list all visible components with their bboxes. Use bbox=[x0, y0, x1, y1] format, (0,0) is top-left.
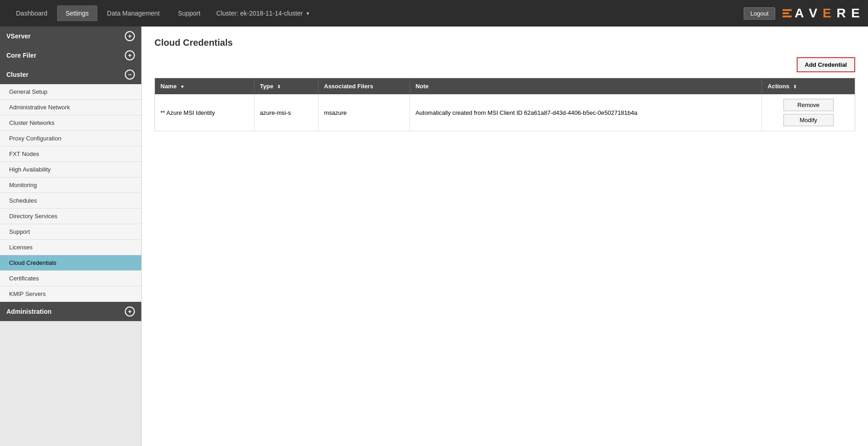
cluster-selector[interactable]: Cluster: ek-2018-11-14-cluster ▼ bbox=[216, 10, 310, 17]
sidebar-item-general-setup[interactable]: General Setup bbox=[0, 84, 141, 100]
nav-tabs: Dashboard Settings Data Management Suppo… bbox=[7, 5, 209, 21]
sidebar-item-kmip-servers[interactable]: KMIP Servers bbox=[0, 286, 141, 302]
sidebar-item-cloud-credentials[interactable]: Cloud Credentials bbox=[0, 255, 141, 271]
sidebar-vserver-label: VServer bbox=[6, 32, 31, 40]
sidebar-item-monitoring[interactable]: Monitoring bbox=[0, 177, 141, 193]
col-associated-filers: Associated Filers bbox=[318, 78, 410, 95]
cluster-label: Cluster: ek-2018-11-14-cluster bbox=[216, 10, 303, 17]
add-credential-button[interactable]: Add Credential bbox=[797, 57, 855, 72]
bar-2 bbox=[783, 12, 789, 14]
layout: VServer + Core Filer + Cluster − General… bbox=[0, 27, 868, 446]
topbar-left: Dashboard Settings Data Management Suppo… bbox=[7, 5, 310, 21]
col-actions: Actions ⇕ bbox=[762, 78, 855, 95]
cluster-dropdown-arrow: ▼ bbox=[305, 11, 310, 16]
col-type: Type ⇕ bbox=[254, 78, 318, 95]
avere-bars-icon bbox=[783, 9, 792, 17]
row-type: azure-msi-s bbox=[254, 94, 318, 131]
sidebar-vserver-icon: + bbox=[125, 31, 135, 41]
avere-logo: A V E R E bbox=[783, 6, 861, 21]
topbar-right: Logout A V E R E bbox=[744, 6, 861, 21]
sidebar-section-cluster[interactable]: Cluster − bbox=[0, 65, 141, 84]
sidebar-item-fxt-nodes[interactable]: FXT Nodes bbox=[0, 146, 141, 162]
bar-3 bbox=[783, 16, 792, 17]
col-note: Note bbox=[410, 78, 761, 95]
sidebar-administration-icon: + bbox=[125, 306, 135, 317]
action-buttons: Remove Modify bbox=[767, 99, 849, 126]
sidebar-item-schedules[interactable]: Schedules bbox=[0, 193, 141, 209]
sidebar-section-core-filer[interactable]: Core Filer + bbox=[0, 46, 141, 65]
sidebar-item-support[interactable]: Support bbox=[0, 224, 141, 240]
tab-support[interactable]: Support bbox=[169, 5, 209, 21]
col-actions-label: Actions bbox=[767, 83, 789, 90]
remove-button[interactable]: Remove bbox=[783, 99, 834, 111]
col-note-label: Note bbox=[415, 83, 429, 90]
sidebar-item-high-availability[interactable]: High Availability bbox=[0, 162, 141, 177]
sidebar-core-filer-label: Core Filer bbox=[6, 52, 36, 59]
row-note: Automatically created from MSI Client ID… bbox=[410, 94, 761, 131]
sidebar-section-administration[interactable]: Administration + bbox=[0, 302, 141, 321]
sidebar-section-vserver[interactable]: VServer + bbox=[0, 27, 141, 46]
sidebar-item-administrative-network[interactable]: Administrative Network bbox=[0, 100, 141, 115]
sidebar-item-licenses[interactable]: Licenses bbox=[0, 240, 141, 255]
logo-text: A V E R E bbox=[794, 6, 861, 21]
bar-1 bbox=[783, 9, 792, 11]
sidebar-item-proxy-configuration[interactable]: Proxy Configuration bbox=[0, 131, 141, 146]
tab-settings[interactable]: Settings bbox=[57, 5, 98, 21]
sidebar-cluster-icon: − bbox=[125, 70, 135, 80]
logout-button[interactable]: Logout bbox=[744, 7, 776, 20]
tab-data-management[interactable]: Data Management bbox=[98, 5, 168, 21]
credentials-table: Name ▼ Type ⇕ Associated Filers Note Act bbox=[154, 78, 855, 131]
modify-button[interactable]: Modify bbox=[783, 114, 834, 126]
col-name: Name ▼ bbox=[155, 78, 255, 95]
table-header-row: Name ▼ Type ⇕ Associated Filers Note Act bbox=[155, 78, 855, 95]
col-associated-filers-label: Associated Filers bbox=[324, 83, 373, 90]
col-type-sort-icon[interactable]: ⇕ bbox=[277, 84, 281, 89]
main-content: Cloud Credentials Add Credential Name ▼ … bbox=[142, 27, 868, 446]
col-name-label: Name bbox=[160, 83, 176, 90]
sidebar-administration-label: Administration bbox=[6, 308, 52, 315]
sidebar-core-filer-icon: + bbox=[125, 50, 135, 60]
col-name-sort-icon[interactable]: ▼ bbox=[180, 84, 185, 89]
row-actions: Remove Modify bbox=[762, 94, 855, 131]
sidebar-item-cluster-networks[interactable]: Cluster Networks bbox=[0, 115, 141, 131]
tab-dashboard[interactable]: Dashboard bbox=[7, 5, 56, 21]
page-title: Cloud Credentials bbox=[154, 38, 855, 48]
topbar: Dashboard Settings Data Management Suppo… bbox=[0, 0, 868, 27]
table-row: ** Azure MSI Identity azure-msi-s msazur… bbox=[155, 94, 855, 131]
add-credential-container: Add Credential bbox=[154, 57, 855, 72]
sidebar: VServer + Core Filer + Cluster − General… bbox=[0, 27, 142, 446]
sidebar-item-certificates[interactable]: Certificates bbox=[0, 271, 141, 286]
row-name: ** Azure MSI Identity bbox=[155, 94, 255, 131]
sidebar-cluster-label: Cluster bbox=[6, 71, 28, 78]
col-actions-sort-icon[interactable]: ⇕ bbox=[793, 84, 797, 89]
sidebar-item-directory-services[interactable]: Directory Services bbox=[0, 209, 141, 224]
col-type-label: Type bbox=[260, 83, 273, 90]
row-associated-filers: msazure bbox=[318, 94, 410, 131]
